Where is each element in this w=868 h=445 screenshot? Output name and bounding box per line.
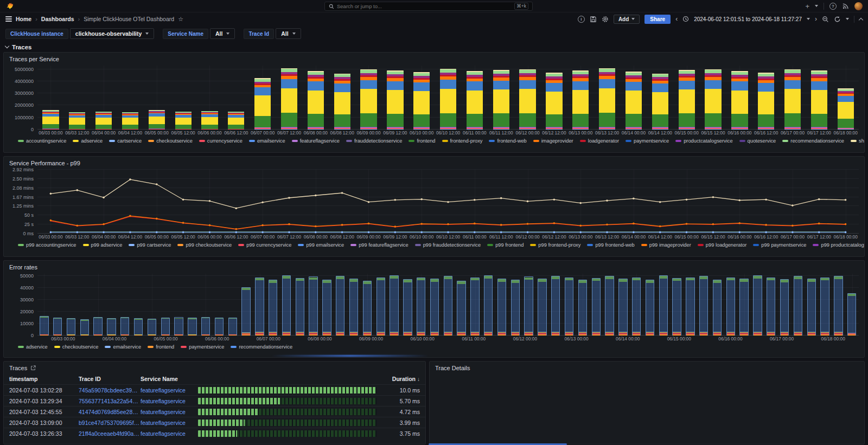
col-duration[interactable]: Duration↓	[384, 376, 420, 382]
error-bar[interactable]	[820, 278, 829, 336]
error-bar[interactable]	[444, 276, 452, 336]
bar-slot[interactable]	[603, 274, 616, 336]
bar-slot[interactable]	[751, 274, 764, 336]
bar-slot[interactable]	[818, 274, 832, 336]
bar-slot[interactable]	[320, 274, 334, 336]
stacked-bar[interactable]	[334, 73, 350, 130]
bar-slot[interactable]	[630, 274, 643, 336]
bar-slot[interactable]	[334, 274, 347, 336]
error-bar[interactable]	[174, 317, 183, 336]
legend-item-loadgenerator[interactable]: loadgenerator	[580, 138, 619, 144]
cell-service-link[interactable]: featureflagservice	[141, 420, 197, 426]
bar-slot[interactable]	[726, 66, 753, 130]
bar-slot[interactable]	[594, 66, 621, 130]
legend-item-frontend-web[interactable]: frontend-web	[489, 138, 526, 144]
user-avatar[interactable]	[854, 2, 863, 10]
stacked-bar[interactable]	[228, 112, 244, 130]
error-bar[interactable]	[578, 280, 587, 336]
bar-slot[interactable]	[199, 274, 213, 336]
legend-item-p99 currencyservice[interactable]: p99 currencyservice	[238, 242, 291, 248]
menu-icon[interactable]	[5, 16, 12, 22]
bar-slot[interactable]	[589, 274, 603, 336]
bar-slot[interactable]	[347, 274, 361, 336]
error-bar[interactable]	[148, 319, 156, 336]
error-bar[interactable]	[739, 279, 748, 336]
bar-slot[interactable]	[117, 66, 144, 130]
bar-slot[interactable]	[670, 274, 684, 336]
table-row[interactable]: 2024-07-03 13:09:00b91ce47d753709695f1d.…	[4, 417, 425, 428]
legend-item-p99 imageprovider[interactable]: p99 imageprovider	[641, 242, 691, 248]
error-bar[interactable]	[430, 279, 439, 336]
legend-item-p99 adservice[interactable]: p99 adservice	[83, 242, 123, 248]
add-button[interactable]: Add	[614, 15, 640, 24]
legend-item-featureflagservice[interactable]: featureflagservice	[292, 138, 340, 144]
time-back-icon[interactable]: ‹	[675, 15, 678, 23]
stacked-bar[interactable]	[652, 73, 668, 130]
stacked-bar[interactable]	[811, 70, 827, 130]
stacked-bar[interactable]	[440, 69, 456, 130]
panel-title[interactable]: Traces per Service	[4, 53, 864, 63]
legend-item-p99 accountingservice[interactable]: p99 accountingservice	[18, 242, 76, 248]
stacked-bar[interactable]	[175, 112, 192, 130]
error-bar[interactable]	[201, 317, 210, 336]
error-bar[interactable]	[403, 279, 412, 336]
legend-item-currencyservice[interactable]: currencyservice	[199, 138, 242, 144]
breadcrumb-item[interactable]: Dashboards	[41, 16, 74, 22]
legend-item-p99 cartservice[interactable]: p99 cartservice	[129, 242, 171, 248]
legend-item-checkoutservice[interactable]: checkoutservice	[54, 344, 99, 350]
legend-item-p99 checkoutservice[interactable]: p99 checkoutservice	[177, 242, 232, 248]
bar-slot[interactable]	[697, 274, 711, 336]
error-bar[interactable]	[794, 276, 802, 336]
error-bar[interactable]	[713, 280, 722, 336]
stacked-bar[interactable]	[149, 110, 165, 130]
bar-slot[interactable]	[132, 274, 145, 336]
bar-slot[interactable]	[563, 274, 576, 336]
error-bar[interactable]	[93, 317, 102, 336]
cell-trace-id-link[interactable]: 75563771413a22a54618...	[79, 398, 141, 404]
save-icon[interactable]	[590, 16, 597, 23]
legend-item-adservice[interactable]: adservice	[18, 344, 48, 350]
bar-slot[interactable]	[508, 274, 522, 336]
bar-slot[interactable]	[64, 66, 91, 130]
error-bar[interactable]	[417, 278, 425, 336]
bar-slot[interactable]	[196, 66, 223, 130]
bar-slot[interactable]	[567, 66, 594, 130]
error-bar[interactable]	[699, 276, 708, 336]
legend-item-imageprovider[interactable]: imageprovider	[533, 138, 573, 144]
bar-slot[interactable]	[468, 274, 482, 336]
stacked-bar[interactable]	[519, 69, 535, 130]
error-bar[interactable]	[646, 280, 654, 336]
stacked-bar[interactable]	[122, 112, 138, 130]
bar-slot[interactable]	[145, 274, 159, 336]
bar-slot[interactable]	[280, 274, 293, 336]
error-bar[interactable]	[296, 278, 304, 336]
time-forward-icon[interactable]: ›	[815, 15, 817, 23]
legend-item-emailservice[interactable]: emailservice	[249, 138, 285, 144]
stacked-bar[interactable]	[705, 69, 721, 130]
bar-slot[interactable]	[361, 274, 374, 336]
instance-select[interactable]: clickhouse-observability	[70, 28, 155, 39]
bar-slot[interactable]	[250, 66, 276, 130]
bar-slot[interactable]	[307, 274, 320, 336]
stacked-bar[interactable]	[69, 112, 85, 130]
bar-slot[interactable]	[266, 274, 280, 336]
legend-item-paymentservice[interactable]: paymentservice	[181, 344, 224, 350]
grafana-logo-icon[interactable]	[5, 2, 14, 10]
legend-item-cartservice[interactable]: cartservice	[109, 138, 142, 144]
stacked-bar[interactable]	[42, 110, 59, 130]
legend-item-checkoutservice[interactable]: checkoutservice	[148, 138, 193, 144]
bar-slot[interactable]	[170, 66, 196, 130]
error-bar[interactable]	[390, 275, 398, 336]
stacked-bar[interactable]	[784, 69, 801, 130]
cell-trace-id-link[interactable]: 745a59078cbdeec39b7...	[79, 387, 141, 394]
error-bar[interactable]	[753, 275, 762, 336]
search-input[interactable]	[337, 3, 512, 9]
error-bar[interactable]	[349, 279, 358, 336]
error-bar[interactable]	[834, 276, 843, 336]
new-caret-icon[interactable]	[815, 5, 818, 7]
legend-item-p99 paymentservice[interactable]: p99 paymentservice	[753, 242, 806, 248]
bar-slot[interactable]	[792, 274, 805, 336]
col-trace-id[interactable]: Trace ID	[79, 376, 141, 382]
error-bar[interactable]	[457, 281, 465, 336]
settings-gear-icon[interactable]	[602, 16, 609, 23]
